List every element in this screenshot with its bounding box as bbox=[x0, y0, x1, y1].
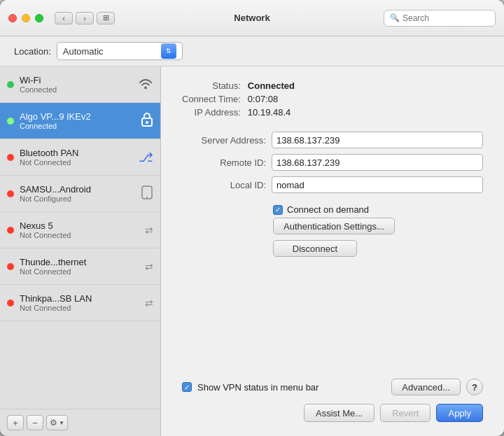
network-item-bluetooth[interactable]: Bluetooth PAN Not Connected ⎇ bbox=[0, 139, 160, 176]
network-info-bluetooth: Bluetooth PAN Not Connected bbox=[20, 148, 139, 167]
location-label: Location: bbox=[14, 46, 51, 57]
network-status-thunderbolt: Not Connected bbox=[20, 267, 145, 276]
server-address-row: Server Address: bbox=[182, 132, 483, 148]
status-field-label: Status: bbox=[182, 80, 241, 91]
connect-on-demand-row: Connect on demand bbox=[273, 204, 483, 215]
status-dot-bluetooth bbox=[7, 154, 14, 161]
location-arrow-icon: ⇅ bbox=[161, 43, 176, 59]
vpn-form: Server Address: Remote ID: Local ID: bbox=[182, 132, 483, 193]
svg-point-3 bbox=[146, 197, 148, 198]
svg-point-1 bbox=[146, 121, 148, 124]
search-icon: 🔍 bbox=[390, 13, 400, 22]
detail-panel: Status: Connected Connect Time: 0:07:08 … bbox=[161, 66, 504, 436]
bluetooth-icon: ⎇ bbox=[139, 150, 153, 165]
grid-button[interactable]: ⊞ bbox=[97, 12, 115, 24]
arrows-icon-thunderbolt: ⇄ bbox=[145, 261, 153, 272]
show-vpn-row: Show VPN status in menu bar Advanced... … bbox=[182, 379, 483, 395]
network-status-algo-vpn: Connected bbox=[20, 122, 141, 130]
local-id-input[interactable] bbox=[272, 176, 483, 193]
status-field-value: Connected bbox=[248, 80, 483, 91]
connect-on-demand-label: Connect on demand bbox=[287, 204, 369, 215]
status-dot-thinkpad bbox=[7, 300, 14, 307]
gear-icon: ⚙ bbox=[50, 418, 57, 428]
location-dropdown[interactable]: Automatic ⇅ bbox=[57, 42, 183, 60]
add-network-button[interactable]: + bbox=[7, 415, 24, 430]
network-status-thinkpad: Not Connected bbox=[20, 304, 145, 312]
status-dot-algo-vpn bbox=[7, 118, 14, 125]
connect-time-value: 0:07:08 bbox=[248, 94, 483, 104]
wifi-icon bbox=[138, 77, 153, 92]
status-dot-wifi bbox=[7, 81, 14, 88]
close-button[interactable] bbox=[8, 14, 17, 22]
network-item-thunderbolt[interactable]: Thunde...thernet Not Connected ⇄ bbox=[0, 248, 160, 285]
network-status-nexus5: Not Connected bbox=[20, 231, 145, 239]
nav-buttons: ‹ › bbox=[55, 12, 94, 24]
show-vpn-checkbox[interactable] bbox=[182, 382, 192, 392]
gear-menu-button[interactable]: ⚙ ▼ bbox=[46, 415, 68, 430]
connect-time-label: Connect Time: bbox=[182, 94, 241, 104]
network-info-samsung: SAMSU...Android Not Configured bbox=[20, 184, 141, 203]
show-vpn-label: Show VPN status in menu bar bbox=[197, 382, 386, 393]
network-info-thunderbolt: Thunde...thernet Not Connected bbox=[20, 257, 145, 276]
network-item-wifi[interactable]: Wi-Fi Connected bbox=[0, 66, 160, 103]
main-content: Wi-Fi Connected Algo VP...9 IKEv2 Connec… bbox=[0, 66, 504, 436]
network-name-thunderbolt: Thunde...thernet bbox=[20, 257, 145, 267]
status-section: Status: Connected Connect Time: 0:07:08 … bbox=[182, 80, 483, 118]
assist-me-button[interactable]: Assist Me... bbox=[304, 404, 374, 422]
network-info-algo-vpn: Algo VP...9 IKEv2 Connected bbox=[20, 111, 141, 130]
help-button[interactable]: ? bbox=[466, 379, 483, 395]
status-dot-nexus5 bbox=[7, 227, 14, 234]
maximize-button[interactable] bbox=[35, 14, 43, 22]
remote-id-input[interactable] bbox=[272, 154, 483, 171]
network-name-bluetooth: Bluetooth PAN bbox=[20, 148, 139, 158]
titlebar: ‹ › ⊞ Network 🔍 bbox=[0, 0, 504, 36]
connect-on-demand-checkbox[interactable] bbox=[273, 205, 283, 215]
location-value: Automatic bbox=[63, 46, 158, 57]
apply-button[interactable]: Apply bbox=[436, 404, 483, 422]
traffic-lights bbox=[8, 14, 43, 22]
sidebar-footer: + − ⚙ ▼ bbox=[0, 409, 160, 436]
network-name-wifi: Wi-Fi bbox=[20, 75, 138, 85]
arrows-icon-nexus5: ⇄ bbox=[145, 225, 153, 236]
sidebar: Wi-Fi Connected Algo VP...9 IKEv2 Connec… bbox=[0, 66, 161, 436]
advanced-button[interactable]: Advanced... bbox=[391, 379, 461, 395]
final-buttons: Assist Me... Revert Apply bbox=[182, 404, 483, 422]
search-input[interactable] bbox=[402, 13, 489, 23]
network-name-samsung: SAMSU...Android bbox=[20, 184, 141, 195]
network-info-nexus5: Nexus 5 Not Connected bbox=[20, 220, 145, 239]
minimize-button[interactable] bbox=[22, 14, 30, 22]
network-item-nexus5[interactable]: Nexus 5 Not Connected ⇄ bbox=[0, 212, 160, 248]
network-item-thinkpad[interactable]: Thinkpa...SB LAN Not Connected ⇄ bbox=[0, 285, 160, 321]
disconnect-button[interactable]: Disconnect bbox=[273, 240, 357, 257]
network-status-samsung: Not Configured bbox=[20, 195, 141, 203]
local-id-label: Local ID: bbox=[182, 180, 266, 190]
local-id-row: Local ID: bbox=[182, 176, 483, 193]
main-window: ‹ › ⊞ Network 🔍 Location: Automatic ⇅ Wi… bbox=[0, 0, 504, 436]
back-button[interactable]: ‹ bbox=[55, 12, 73, 24]
network-item-samsung[interactable]: SAMSU...Android Not Configured bbox=[0, 176, 160, 212]
network-name-nexus5: Nexus 5 bbox=[20, 220, 145, 231]
lock-icon bbox=[141, 112, 153, 130]
network-name-thinkpad: Thinkpa...SB LAN bbox=[20, 293, 145, 304]
window-title: Network bbox=[234, 13, 270, 23]
ip-address-value: 10.19.48.4 bbox=[248, 107, 483, 118]
network-item-algo-vpn[interactable]: Algo VP...9 IKEv2 Connected bbox=[0, 103, 160, 139]
bottom-section: Show VPN status in menu bar Advanced... … bbox=[182, 370, 483, 422]
forward-button[interactable]: › bbox=[76, 12, 94, 24]
revert-button[interactable]: Revert bbox=[380, 404, 430, 422]
network-status-bluetooth: Not Connected bbox=[20, 158, 139, 167]
arrows-icon-thinkpad: ⇄ bbox=[145, 297, 153, 309]
remove-network-button[interactable]: − bbox=[27, 415, 43, 430]
server-address-input[interactable] bbox=[272, 132, 483, 148]
status-dot-samsung bbox=[7, 190, 14, 197]
network-name-algo-vpn: Algo VP...9 IKEv2 bbox=[20, 111, 141, 122]
network-info-wifi: Wi-Fi Connected bbox=[20, 75, 138, 94]
ip-address-label: IP Address: bbox=[182, 107, 241, 118]
network-info-thinkpad: Thinkpa...SB LAN Not Connected bbox=[20, 293, 145, 312]
auth-settings-button[interactable]: Authentication Settings... bbox=[273, 218, 395, 234]
gear-dropdown-icon: ▼ bbox=[59, 420, 64, 426]
remote-id-row: Remote ID: bbox=[182, 154, 483, 171]
action-buttons: Authentication Settings... Disconnect bbox=[273, 218, 483, 257]
server-address-label: Server Address: bbox=[182, 135, 266, 146]
search-box[interactable]: 🔍 bbox=[384, 10, 496, 27]
